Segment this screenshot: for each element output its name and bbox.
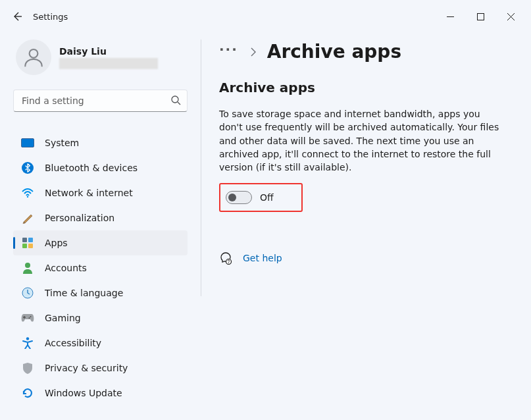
title-bar: Settings bbox=[0, 0, 531, 33]
sidebar-item-label: Bluetooth & devices bbox=[45, 163, 138, 173]
network-icon bbox=[21, 186, 34, 199]
sidebar-item-label: Accounts bbox=[45, 263, 87, 273]
nav-list: System Bluetooth & devices Network & int… bbox=[13, 130, 201, 406]
profile-name: Daisy Liu bbox=[59, 46, 158, 57]
archive-apps-toggle-row: Off bbox=[219, 183, 303, 212]
sidebar-item-apps[interactable]: Apps bbox=[13, 230, 188, 255]
maximize-icon bbox=[477, 13, 484, 20]
sidebar-item-network[interactable]: Network & internet bbox=[13, 180, 188, 205]
sidebar-item-label: Accessibility bbox=[45, 338, 101, 348]
avatar bbox=[16, 39, 51, 75]
page-title: Archive apps bbox=[267, 41, 401, 63]
svg-point-17 bbox=[228, 263, 229, 263]
accounts-icon bbox=[21, 261, 34, 275]
breadcrumb: ··· Archive apps bbox=[219, 41, 503, 63]
gaming-icon bbox=[21, 311, 34, 325]
sidebar-item-label: Time & language bbox=[45, 288, 123, 298]
personalization-icon bbox=[21, 211, 34, 224]
sidebar-item-personalization[interactable]: Personalization bbox=[13, 205, 188, 230]
help-icon bbox=[219, 251, 232, 265]
window-controls bbox=[435, 6, 526, 27]
window-title: Settings bbox=[33, 12, 68, 22]
sidebar-item-label: System bbox=[45, 138, 79, 148]
sidebar-item-time[interactable]: Time & language bbox=[13, 280, 188, 305]
toggle-state-label: Off bbox=[260, 192, 274, 203]
sidebar-item-label: Gaming bbox=[45, 313, 81, 323]
get-help-link[interactable]: Get help bbox=[219, 251, 503, 265]
minimize-button[interactable] bbox=[435, 6, 465, 27]
panel-divider bbox=[201, 39, 201, 296]
system-icon bbox=[21, 136, 34, 149]
svg-rect-7 bbox=[22, 238, 27, 242]
privacy-icon bbox=[21, 361, 34, 375]
sidebar-item-label: Personalization bbox=[45, 213, 114, 223]
accessibility-icon bbox=[21, 336, 34, 350]
svg-rect-0 bbox=[477, 13, 484, 20]
profile-email-placeholder bbox=[59, 58, 158, 69]
sidebar-item-system[interactable]: System bbox=[13, 130, 188, 155]
svg-point-6 bbox=[27, 196, 28, 197]
search-wrap bbox=[13, 90, 188, 112]
profile-section[interactable]: Daisy Liu bbox=[13, 39, 201, 75]
svg-point-14 bbox=[29, 317, 30, 319]
svg-point-1 bbox=[30, 49, 38, 58]
sidebar: Daisy Liu System Bluetooth & devices Net… bbox=[0, 33, 201, 420]
minimize-icon bbox=[447, 13, 454, 20]
sidebar-item-label: Privacy & security bbox=[45, 363, 128, 373]
sidebar-item-gaming[interactable]: Gaming bbox=[13, 305, 188, 330]
search-input[interactable] bbox=[13, 90, 188, 112]
svg-rect-8 bbox=[28, 238, 33, 242]
close-button[interactable] bbox=[495, 6, 526, 27]
sidebar-item-label: Network & internet bbox=[45, 188, 133, 198]
section-title: Archive apps bbox=[219, 80, 503, 95]
person-icon bbox=[22, 46, 45, 68]
sidebar-item-privacy[interactable]: Privacy & security bbox=[13, 355, 188, 381]
apps-icon bbox=[21, 236, 34, 249]
sidebar-item-update[interactable]: Windows Update bbox=[13, 381, 188, 406]
main-panel: ··· Archive apps Archive apps To save st… bbox=[201, 33, 531, 420]
help-link-label: Get help bbox=[243, 253, 282, 263]
svg-point-15 bbox=[26, 337, 29, 340]
archive-apps-toggle[interactable] bbox=[226, 191, 252, 204]
sidebar-item-accessibility[interactable]: Accessibility bbox=[13, 330, 188, 355]
section-description: To save storage space and internet bandw… bbox=[219, 107, 503, 174]
svg-point-11 bbox=[25, 263, 30, 268]
back-button[interactable] bbox=[5, 5, 29, 28]
time-icon bbox=[21, 286, 34, 300]
sidebar-item-bluetooth[interactable]: Bluetooth & devices bbox=[13, 155, 188, 180]
svg-rect-10 bbox=[28, 244, 33, 248]
svg-point-13 bbox=[30, 316, 32, 317]
breadcrumb-more-button[interactable]: ··· bbox=[219, 44, 238, 60]
bluetooth-icon bbox=[21, 161, 34, 174]
chevron-right-icon bbox=[250, 47, 257, 57]
sidebar-item-accounts[interactable]: Accounts bbox=[13, 255, 188, 280]
svg-rect-9 bbox=[22, 244, 27, 248]
svg-rect-3 bbox=[22, 139, 34, 147]
update-icon bbox=[21, 386, 34, 400]
sidebar-item-label: Apps bbox=[45, 238, 68, 248]
close-icon bbox=[507, 13, 515, 20]
back-arrow-icon bbox=[12, 11, 22, 22]
maximize-button[interactable] bbox=[465, 6, 495, 27]
sidebar-item-label: Windows Update bbox=[45, 388, 122, 398]
